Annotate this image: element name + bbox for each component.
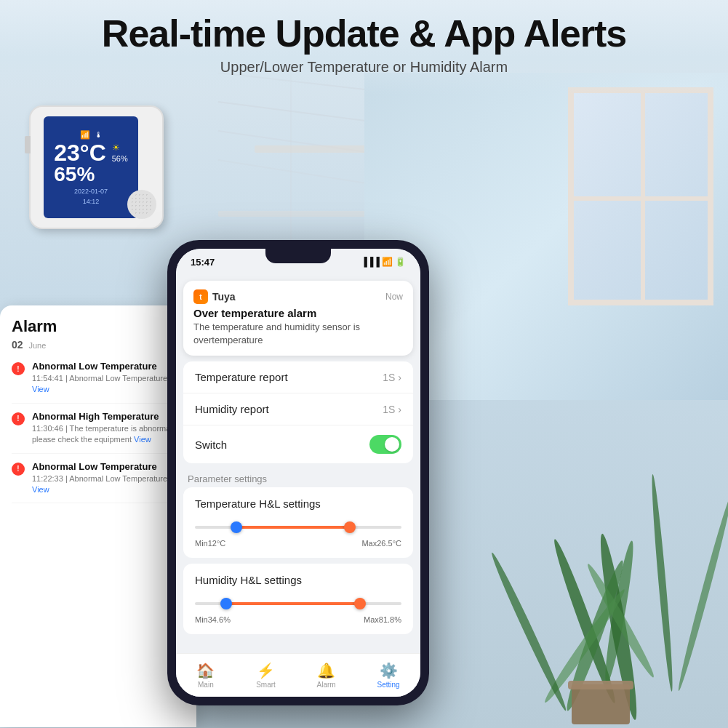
alarm-title-1: Abnormal Low Temperature xyxy=(32,361,185,372)
alarm-view-link-2[interactable]: View xyxy=(134,435,151,444)
svg-rect-20 xyxy=(572,684,630,724)
temp-report-value: 1S › xyxy=(383,372,401,383)
sun-value: 56% xyxy=(112,154,128,163)
switch-toggle[interactable] xyxy=(369,435,401,454)
hum-report-label: Humidity report xyxy=(195,403,269,415)
alarm-desc-1: 11:54:41 | Abnormal Low Temperature View xyxy=(32,373,185,396)
temp-slider[interactable] xyxy=(195,517,401,537)
alarm-view-link-1[interactable]: View xyxy=(32,385,49,393)
hum-min-thumb[interactable] xyxy=(220,598,232,609)
status-time: 15:47 xyxy=(191,257,215,268)
param-section-label: Parameter settings xyxy=(183,469,413,487)
header-area: Real-time Update & App Alerts Upper/Lowe… xyxy=(0,0,728,95)
switch-label: Switch xyxy=(195,439,227,451)
hum-slider[interactable] xyxy=(195,593,401,614)
phone-body: 15:47 ▐▐▐ 📶 🔋 t Tuya Now xyxy=(167,240,429,705)
alarm-content-2: Abnormal High Temperature 11:30:46 | The… xyxy=(32,411,185,446)
temp-report-label: Temperature report xyxy=(195,371,288,383)
window-divider-vertical xyxy=(641,93,645,300)
device-button[interactable] xyxy=(25,136,31,153)
chevron-right-icon: › xyxy=(398,372,401,383)
temp-hl-card: Temperature H&L settings Min12°C Max26.5… xyxy=(183,487,413,558)
alarm-month: June xyxy=(28,341,46,350)
wifi-status-icon: 📶 xyxy=(382,257,393,267)
alarm-dot-1: ! xyxy=(12,362,25,375)
nav-setting[interactable]: ⚙️ Setting xyxy=(377,662,399,689)
device-time: 14:12 xyxy=(83,198,100,205)
svg-point-18 xyxy=(675,493,728,692)
settings-item-temp-report[interactable]: Temperature report 1S › xyxy=(183,361,413,393)
hum-min-label: Min34.6% xyxy=(195,615,231,624)
alarm-panel-title: Alarm xyxy=(12,317,57,336)
temp-slider-labels: Min12°C Max26.5°C xyxy=(195,539,401,548)
hum-max-thumb[interactable] xyxy=(354,598,366,609)
device-humidity: 65% xyxy=(54,164,106,185)
hum-report-value: 1S › xyxy=(383,404,401,415)
temp-slider-fill xyxy=(236,526,350,529)
nav-smart[interactable]: ⚡ Smart xyxy=(256,662,276,689)
alarm-content-1: Abnormal Low Temperature 11:54:41 | Abno… xyxy=(32,361,185,396)
page-subtitle: Upper/Lower Temperature or Humidity Alar… xyxy=(0,59,728,76)
notif-header: t Tuya Now xyxy=(193,289,403,304)
alarm-content-3: Abnormal Low Temperature 11:22:33 | Abno… xyxy=(32,461,185,496)
nav-alarm[interactable]: 🔔 Alarm xyxy=(317,662,336,689)
alarm-item-1: ! Abnormal Low Temperature 11:54:41 | Ab… xyxy=(12,353,185,404)
signal-icon: ▐▐▐ xyxy=(361,257,380,267)
smart-icon: ⚡ xyxy=(257,662,275,679)
wifi-icon: 📶 xyxy=(80,130,90,140)
notif-app-info: t Tuya xyxy=(193,289,236,304)
hum-hl-card: Humidity H&L settings Min34.6% Max81.8% xyxy=(183,564,413,634)
tuya-logo: t xyxy=(193,289,208,304)
nav-main[interactable]: 🏠 Main xyxy=(196,662,215,689)
alarm-desc-2: 11:30:46 | The temperature is abnormal, … xyxy=(32,423,185,446)
phone-status-bar: 15:47 ▐▐▐ 📶 🔋 xyxy=(176,249,420,275)
setting-icon: ⚙️ xyxy=(380,662,398,679)
plant-decoration xyxy=(452,364,728,728)
alarm-nav-icon: 🔔 xyxy=(317,662,335,679)
alarm-panel-header: Alarm ≡ xyxy=(12,317,185,336)
notif-body: The temperature and humidity sensor is o… xyxy=(193,321,403,347)
phone-screen: 15:47 ▐▐▐ 📶 🔋 t Tuya Now xyxy=(176,249,420,697)
device-sensor: 📶 🌡 23°C 65% ☀ 56% 2022-01-07 14:12 xyxy=(29,105,189,229)
settings-list: Temperature report 1S › Humidity report … xyxy=(183,361,413,463)
hum-hl-title: Humidity H&L settings xyxy=(195,574,401,586)
alarm-item-3: ! Abnormal Low Temperature 11:22:33 | Ab… xyxy=(12,454,185,504)
bottom-navigation: 🏠 Main ⚡ Smart 🔔 Alarm ⚙️ Setting xyxy=(176,653,420,697)
thermometer-icon: 🌡 xyxy=(95,130,103,140)
alarm-day: 02 xyxy=(12,339,23,351)
temp-hl-title: Temperature H&L settings xyxy=(195,497,401,510)
status-icons: ▐▐▐ 📶 🔋 xyxy=(361,257,406,267)
hum-slider-labels: Min34.6% Max81.8% xyxy=(195,615,401,624)
settings-item-switch[interactable]: Switch xyxy=(183,425,413,463)
device-temperature: 23°C xyxy=(54,141,106,164)
notif-title: Over temperature alarm xyxy=(193,307,403,319)
temp-min-thumb[interactable] xyxy=(231,521,242,533)
svg-point-17 xyxy=(649,474,675,692)
window-frame xyxy=(568,87,713,305)
speaker-grill xyxy=(130,193,153,216)
phone-notch xyxy=(265,249,331,263)
temp-max-thumb[interactable] xyxy=(344,521,356,533)
sun-icon: ☀ xyxy=(112,143,128,153)
hum-slider-fill xyxy=(226,602,361,605)
temp-max-label: Max26.5°C xyxy=(361,539,401,548)
nav-smart-label: Smart xyxy=(256,681,276,689)
device-speaker xyxy=(127,190,156,219)
temp-min-label: Min12°C xyxy=(195,539,225,548)
svg-point-19 xyxy=(488,551,569,713)
phone-container: 15:47 ▐▐▐ 📶 🔋 t Tuya Now xyxy=(167,240,458,720)
notif-time: Now xyxy=(385,292,403,302)
battery-icon: 🔋 xyxy=(395,257,406,267)
chevron-right-icon-2: › xyxy=(398,404,401,415)
device-body: 📶 🌡 23°C 65% ☀ 56% 2022-01-07 14:12 xyxy=(29,105,164,229)
nav-main-label: Main xyxy=(198,681,214,689)
settings-item-hum-report[interactable]: Humidity report 1S › xyxy=(183,393,413,425)
alarm-dot-3: ! xyxy=(12,463,25,476)
alarm-title-2: Abnormal High Temperature xyxy=(32,411,185,422)
param-settings-section: Parameter settings Temperature H&L setti… xyxy=(183,469,413,634)
alarm-view-link-3[interactable]: View xyxy=(32,485,49,494)
device-date: 2022-01-07 xyxy=(74,188,108,195)
alarm-title-3: Abnormal Low Temperature xyxy=(32,461,185,472)
alarm-date-row: 02 June xyxy=(12,339,185,351)
hum-max-label: Max81.8% xyxy=(364,615,401,624)
